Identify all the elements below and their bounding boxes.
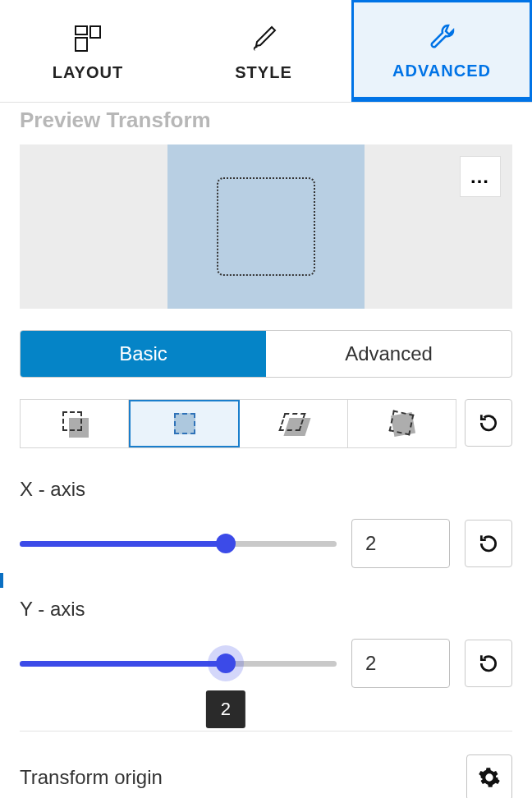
reset-icon [478,653,499,674]
reset-icon [478,412,499,433]
y-axis-slider-tooltip: 2 [206,690,245,728]
y-axis-reset-button[interactable] [465,640,512,687]
y-axis-label: Y - axis [20,598,512,621]
x-axis-slider-knob[interactable] [216,534,236,553]
transform-origin-settings-button[interactable] [466,754,512,798]
move-icon [62,411,87,436]
gear-icon [478,766,501,789]
y-axis-slider-knob[interactable] [216,654,236,673]
y-axis-value-input[interactable] [351,639,450,688]
preview-dashed-box [217,177,315,276]
y-axis-slider[interactable]: 2 [20,661,337,667]
svg-rect-2 [90,26,100,38]
brush-icon [249,24,278,53]
x-axis-slider[interactable] [20,541,337,547]
mode-basic[interactable]: Basic [21,331,266,377]
transform-preview-canvas: … [20,144,512,309]
wrench-icon [427,22,456,52]
tab-layout[interactable]: LAYOUT [0,0,176,102]
scale-icon [174,413,195,434]
x-axis-reset-button[interactable] [465,520,512,567]
tab-label-style: STYLE [235,63,291,82]
preview-more-button[interactable]: … [460,156,501,197]
svg-rect-0 [76,26,87,34]
transform-type-reset-button[interactable] [465,399,512,447]
mode-advanced[interactable]: Advanced [266,331,511,377]
layout-icon [73,24,103,53]
skew-icon [282,413,306,434]
preview-inner [167,144,365,309]
tab-label-advanced: ADVANCED [392,62,491,80]
svg-rect-1 [76,38,87,51]
transform-mode-switch: Basic Advanced [20,330,512,378]
x-axis-label: X - axis [20,478,512,501]
rotate-icon [389,410,415,437]
x-axis-value-input[interactable] [351,519,450,568]
transform-option-move[interactable] [21,400,129,447]
transform-type-options [20,399,456,448]
transform-option-skew[interactable] [240,400,348,447]
settings-tabs: LAYOUT STYLE ADVANCED [0,0,532,103]
tab-label-layout: LAYOUT [53,63,123,82]
transform-origin-label: Transform origin [20,766,163,789]
preview-transform-title: Preview Transform [20,108,512,133]
transform-option-rotate[interactable] [348,400,456,447]
tab-advanced[interactable]: ADVANCED [351,0,532,102]
transform-option-scale[interactable] [129,400,240,447]
tab-style[interactable]: STYLE [176,0,351,102]
reset-icon [478,533,499,554]
